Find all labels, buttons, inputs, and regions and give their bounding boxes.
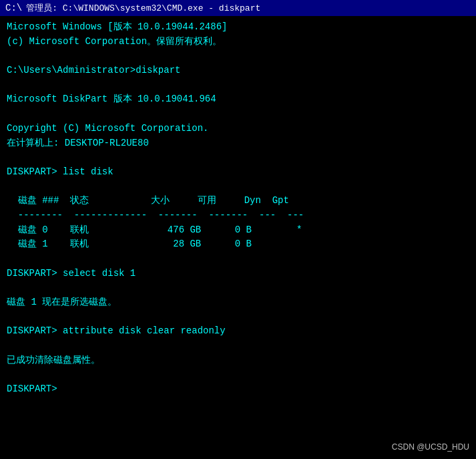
terminal-line: DISKPART> — [7, 382, 469, 397]
terminal-line: 磁盘 1 现在是所选磁盘。 — [7, 295, 469, 310]
terminal-line: DISKPART> select disk 1 — [7, 267, 469, 281]
watermark: CSDN @UCSD_HDU — [392, 441, 469, 454]
terminal-line: Copyright (C) Microsoft Corporation. — [7, 122, 469, 136]
cmd-icon: C:\ — [5, 3, 22, 13]
terminal-line: 磁盘 1 联机 28 GB 0 B — [7, 237, 469, 252]
terminal-line: (c) Microsoft Corporation。保留所有权利。 — [7, 35, 469, 49]
terminal-line: -------- ------------- ------- ------- -… — [7, 208, 469, 223]
terminal-output: Microsoft Windows [版本 10.0.19044.2486](c… — [7, 20, 469, 397]
terminal-line — [7, 49, 469, 63]
terminal-line — [7, 281, 469, 295]
title-bar-text: 管理员: C:\WINDOWS\system32\CMD.exe - diskp… — [26, 2, 471, 14]
terminal-line — [7, 339, 469, 353]
terminal-line: DISKPART> list disk — [7, 165, 469, 180]
terminal-line: C:\Users\Administrator>diskpart — [7, 63, 469, 78]
terminal-line — [7, 107, 469, 122]
terminal-line: 在计算机上: DESKTOP-RL2UE80 — [7, 136, 469, 151]
terminal-line — [7, 78, 469, 93]
terminal-line — [7, 368, 469, 383]
terminal-line: 磁盘 ### 状态 大小 可用 Dyn Gpt — [7, 194, 469, 208]
terminal-line — [7, 180, 469, 194]
terminal-line: Microsoft DiskPart 版本 10.0.19041.964 — [7, 92, 469, 107]
terminal-line: Microsoft Windows [版本 10.0.19044.2486] — [7, 20, 469, 35]
terminal-line: 已成功清除磁盘属性。 — [7, 353, 469, 368]
terminal-line — [7, 252, 469, 267]
terminal-line — [7, 310, 469, 325]
title-bar: C:\ 管理员: C:\WINDOWS\system32\CMD.exe - d… — [0, 0, 476, 16]
terminal-line: DISKPART> attribute disk clear readonly — [7, 324, 469, 339]
terminal-body: Microsoft Windows [版本 10.0.19044.2486](c… — [0, 16, 476, 459]
terminal-line: 磁盘 0 联机 476 GB 0 B * — [7, 223, 469, 238]
terminal-line — [7, 150, 469, 165]
